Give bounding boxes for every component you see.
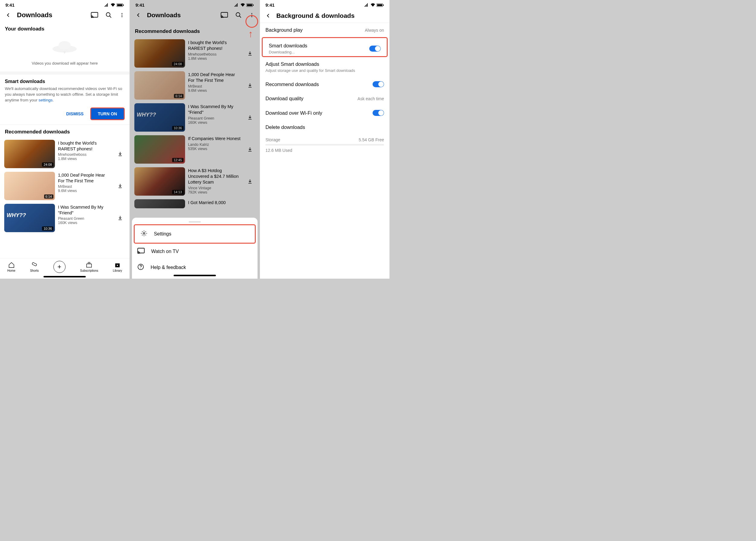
video-row[interactable]: I Got Married 8,000 <box>130 198 260 210</box>
drag-handle[interactable] <box>189 221 201 223</box>
video-channel: MrBeast <box>58 185 112 189</box>
video-thumbnail[interactable]: 12:45 <box>134 135 185 164</box>
setting-download-quality[interactable]: Download quality Ask each time <box>260 92 389 106</box>
video-thumbnail[interactable]: 24:08 <box>134 39 185 68</box>
svg-point-5 <box>106 13 110 17</box>
setting-wifi-only[interactable]: Download over Wi-Fi only <box>260 106 389 120</box>
video-title: 1,000 Deaf People Hear For The First Tim… <box>58 172 112 184</box>
menu-help[interactable]: Help & feedback <box>132 259 258 275</box>
download-icon[interactable] <box>245 176 255 187</box>
video-thumbnail[interactable]: 14:13 <box>134 167 185 196</box>
bottom-nav: Home Shorts + Subscriptions Library <box>0 258 130 274</box>
video-thumbnail[interactable]: 24:08 <box>4 140 55 168</box>
setting-label: Download quality <box>266 96 304 101</box>
home-indicator[interactable] <box>174 275 216 276</box>
toggle-switch[interactable] <box>373 81 384 87</box>
setting-label: Delete downloads <box>266 124 305 130</box>
header: Background & downloads <box>260 9 389 23</box>
svg-point-26 <box>140 268 141 269</box>
video-channel: Pleasant Green <box>58 217 112 221</box>
video-thumbnail[interactable] <box>134 199 185 208</box>
status-icons <box>364 3 384 7</box>
svg-point-17 <box>221 17 222 18</box>
setting-recommend-downloads[interactable]: Recommend downloads <box>260 77 389 92</box>
video-thumbnail[interactable]: WHY??10:36 <box>4 204 55 232</box>
status-time: 9:41 <box>136 2 145 8</box>
recommended-title: Recommended downloads <box>130 22 260 37</box>
cast-icon <box>137 248 145 255</box>
svg-rect-1 <box>117 4 122 6</box>
toggle-switch[interactable] <box>373 110 384 116</box>
setting-value: Ask each time <box>358 96 384 101</box>
video-row[interactable]: 14:13 How A $3 Hotdog Uncovered a $24.7 … <box>130 166 260 198</box>
status-bar: 9:41 <box>260 0 389 9</box>
dismiss-button[interactable]: DISMISS <box>62 108 88 120</box>
video-row[interactable]: 12:45 If Companies Were HonestLando Kalr… <box>130 134 260 166</box>
svg-rect-16 <box>221 12 228 17</box>
search-icon[interactable] <box>235 11 243 19</box>
download-icon[interactable] <box>245 80 255 91</box>
video-thumbnail[interactable]: WHY??10:36 <box>134 103 185 132</box>
download-icon[interactable] <box>115 181 125 191</box>
status-time: 9:41 <box>266 2 275 8</box>
settings-highlight: Settings <box>134 224 256 244</box>
nav-library[interactable]: Library <box>113 262 122 272</box>
storage-free: 5.54 GB Free <box>359 137 384 142</box>
back-icon[interactable] <box>4 11 12 19</box>
empty-text: Videos you download will appear here <box>6 61 124 66</box>
download-icon[interactable] <box>115 213 125 223</box>
svg-rect-11 <box>87 264 92 267</box>
nav-home[interactable]: Home <box>7 262 15 272</box>
cast-icon[interactable] <box>90 11 99 19</box>
back-icon[interactable] <box>134 11 142 19</box>
turn-on-button[interactable]: TURN ON <box>91 108 124 119</box>
settings-link[interactable]: settings <box>39 98 53 102</box>
svg-point-8 <box>121 16 122 17</box>
toggle-switch[interactable] <box>369 46 381 52</box>
ufo-icon <box>48 37 81 58</box>
divider <box>0 72 130 75</box>
svg-point-22 <box>143 233 145 234</box>
video-title: I bought the World's RAREST phones! <box>58 140 112 152</box>
menu-watch-tv[interactable]: Watch on TV <box>132 244 258 259</box>
nav-shorts[interactable]: Shorts <box>30 262 39 272</box>
back-icon[interactable] <box>264 12 272 20</box>
setting-adjust-smart[interactable]: Adjust Smart downloads Adjust storage us… <box>260 57 389 77</box>
your-downloads-title: Your downloads <box>0 22 130 34</box>
video-views: 1.8M views <box>58 157 112 161</box>
video-thumbnail[interactable]: 6:14 <box>134 71 185 100</box>
video-row[interactable]: 6:14 1,000 Deaf People Hear For The Firs… <box>130 69 260 101</box>
video-row[interactable]: WHY??10:36 I Was Scammed By My "Friend"P… <box>130 101 260 134</box>
status-time: 9:41 <box>5 2 14 8</box>
video-row[interactable]: WHY??10:36 I Was Scammed By My "Friend" … <box>0 202 130 234</box>
setting-delete-downloads[interactable]: Delete downloads <box>260 120 389 134</box>
download-icon[interactable] <box>245 48 255 59</box>
home-indicator[interactable] <box>43 276 86 277</box>
video-views: 160K views <box>58 221 112 225</box>
video-views: 9.6M views <box>58 189 112 193</box>
cast-icon[interactable] <box>220 11 229 19</box>
svg-rect-2 <box>123 5 124 6</box>
setting-smart-downloads[interactable]: Smart downloads Downloading... <box>263 39 386 56</box>
video-row[interactable]: 6:14 1,000 Deaf People Hear For The Firs… <box>0 170 130 202</box>
setting-background-play[interactable]: Background play Always on <box>260 23 389 37</box>
download-icon[interactable] <box>245 144 255 155</box>
search-icon[interactable] <box>105 11 113 19</box>
smart-downloads-card: Smart downloads We'll automatically down… <box>0 75 130 125</box>
download-icon[interactable] <box>245 112 255 123</box>
setting-label: Background play <box>266 27 303 33</box>
download-icon[interactable] <box>115 149 125 159</box>
setting-value: Always on <box>365 28 384 33</box>
menu-settings[interactable]: Settings <box>135 226 255 242</box>
smart-downloads-highlight: Smart downloads Downloading... <box>262 37 387 57</box>
storage-bar <box>266 144 384 146</box>
video-info: 1,000 Deaf People Hear For The First Tim… <box>58 172 112 193</box>
nav-subscriptions[interactable]: Subscriptions <box>80 262 98 272</box>
video-row[interactable]: 24:08 I bought the World's RAREST phones… <box>130 37 260 69</box>
video-title: I Was Scammed By My "Friend" <box>58 205 112 216</box>
more-icon[interactable] <box>119 11 125 19</box>
storage-label: Storage <box>266 137 280 142</box>
video-row[interactable]: 24:08 I bought the World's RAREST phones… <box>0 138 130 170</box>
video-thumbnail[interactable]: 6:14 <box>4 172 55 200</box>
nav-create[interactable]: + <box>53 261 66 273</box>
